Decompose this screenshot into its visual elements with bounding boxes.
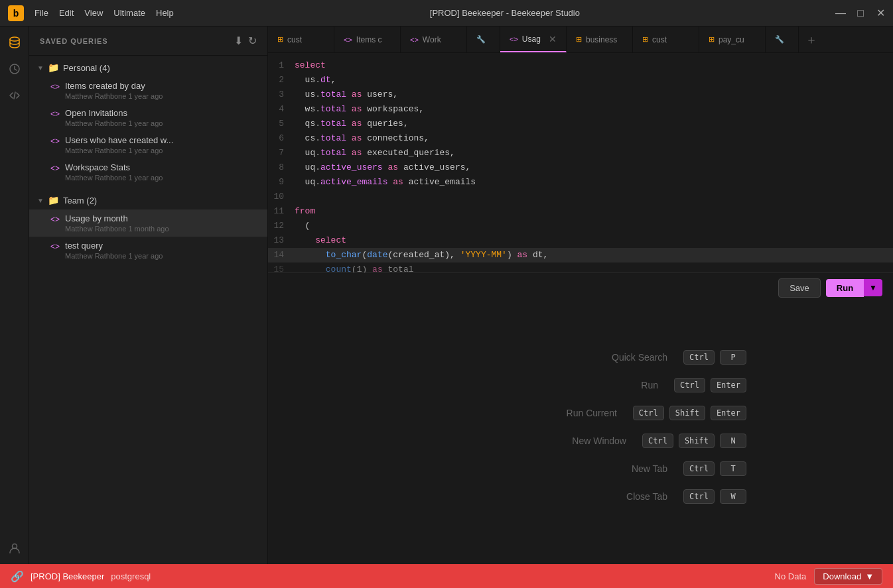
icon-bar-code[interactable] <box>4 85 25 106</box>
shortcut-key-shift-3: Shift <box>679 434 715 448</box>
tab-close-button[interactable]: ✕ <box>549 34 557 44</box>
code-line-6: 6 cs.total as connections, <box>268 131 893 146</box>
tab-cust-1[interactable]: ⊞ cust <box>268 27 334 52</box>
close-button[interactable]: ✕ <box>876 9 885 18</box>
title-bar-left: b File Edit View Ultimate Help <box>8 5 174 21</box>
tab-icon-query-1: <> <box>344 36 352 44</box>
shortcut-label-0: Quick Search <box>415 352 678 363</box>
code-line-13: 13 select <box>268 233 893 248</box>
query-usage-by-month[interactable]: <> Usage by month Matthew Rathbone 1 mon… <box>29 209 267 237</box>
query-info-0: Items created by day Matthew Rathbone 1 … <box>65 81 163 100</box>
shortcut-key-ctrl-5: Ctrl <box>683 489 715 504</box>
icon-bar <box>0 27 29 564</box>
sidebar-refresh-button[interactable]: ↻ <box>248 34 257 47</box>
tab-work[interactable]: <> Work <box>401 27 467 52</box>
shortcut-key-shift-2: Shift <box>669 406 705 420</box>
shortcut-close-tab: Close Tab Ctrl W <box>415 489 746 504</box>
query-test[interactable]: <> test query Matthew Rathbone 1 year ag… <box>29 237 267 264</box>
query-icon-1: <> <box>50 109 60 119</box>
code-line-1: 1 select <box>268 58 893 73</box>
shortcut-key-t: T <box>720 461 746 476</box>
query-meta-4: Matthew Rathbone 1 month ago <box>65 225 169 233</box>
shortcut-key-ctrl-0: Ctrl <box>683 350 715 365</box>
query-name-2: Users who have created w... <box>65 135 173 145</box>
query-users-created[interactable]: <> Users who have created w... Matthew R… <box>29 131 267 158</box>
folder-team-header[interactable]: ▼ 📁 Team (2) <box>29 191 267 209</box>
menu-ultimate[interactable]: Ultimate <box>113 8 145 18</box>
code-line-2: 2 us.dt, <box>268 73 893 88</box>
query-workspace-stats[interactable]: <> Workspace Stats Matthew Rathbone 1 ye… <box>29 158 267 186</box>
shortcut-key-p: P <box>720 350 746 365</box>
shortcut-label-3: New Window <box>415 436 637 446</box>
tab-pay-cu[interactable]: ⊞ pay_cu <box>699 27 766 52</box>
tab-icon-wrench-1: 🔧 <box>476 35 486 44</box>
tab-wrench-1[interactable]: 🔧 <box>467 27 500 52</box>
download-button[interactable]: Download ▼ <box>814 568 882 585</box>
tab-label-4: Usag <box>522 34 541 44</box>
tab-icon-table-2: ⊞ <box>576 35 582 44</box>
icon-bar-profile[interactable] <box>4 538 25 559</box>
shortcuts-panel: Quick Search Ctrl P Run Ctrl Enter Run C… <box>268 303 893 565</box>
query-info-3: Workspace Stats Matthew Rathbone 1 year … <box>65 162 163 182</box>
db-type: postgresql <box>111 571 151 581</box>
icon-bar-history[interactable] <box>4 58 25 80</box>
shortcut-key-enter-1: Enter <box>711 378 746 392</box>
shortcut-run: Run Ctrl Enter <box>415 378 746 392</box>
sidebar-download-button[interactable]: ⬇ <box>234 34 243 47</box>
code-line-4: 4 ws.total as workspaces, <box>268 102 893 117</box>
menu-edit[interactable]: Edit <box>59 8 74 18</box>
status-bar-right: No Data Download ▼ <box>775 568 882 585</box>
svg-point-2 <box>10 37 19 41</box>
query-meta-3: Matthew Rathbone 1 year ago <box>65 174 163 182</box>
folder-team-arrow: ▼ <box>37 197 44 204</box>
minimize-button[interactable]: — <box>836 9 845 18</box>
tab-icon-table-3: ⊞ <box>642 35 648 44</box>
main-container: SAVED QUERIES ⬇ ↻ ▼ 📁 Personal (4) <> It… <box>0 27 893 564</box>
tab-wrench-2[interactable]: 🔧 <box>766 27 799 52</box>
run-main-button[interactable]: Run <box>826 279 864 297</box>
code-line-7: 7 uq.total as executed_queries, <box>268 146 893 160</box>
tab-business[interactable]: ⊞ business <box>567 27 633 52</box>
shortcut-key-w: W <box>720 489 746 504</box>
svg-text:b: b <box>13 8 19 19</box>
folder-personal-header[interactable]: ▼ 📁 Personal (4) <box>29 58 267 77</box>
tab-icon-wrench-2: 🔧 <box>775 35 784 44</box>
shortcut-new-tab: New Tab Ctrl T <box>415 461 746 476</box>
query-icon-3: <> <box>50 164 60 173</box>
maximize-button[interactable]: □ <box>856 9 865 18</box>
query-name-0: Items created by day <box>65 81 163 91</box>
tab-cust-2[interactable]: ⊞ cust <box>633 27 699 52</box>
sidebar-header: SAVED QUERIES ⬇ ↻ <box>29 27 267 56</box>
query-icon-2: <> <box>50 137 60 146</box>
tab-usage[interactable]: <> Usag ✕ <box>500 27 567 52</box>
shortcut-quick-search: Quick Search Ctrl P <box>415 350 746 365</box>
tab-add-button[interactable]: ＋ <box>799 27 824 52</box>
shortcut-key-ctrl-1: Ctrl <box>674 378 705 392</box>
sidebar-title: SAVED QUERIES <box>40 37 108 45</box>
tab-label-6: cust <box>652 35 667 44</box>
folder-team-icon: 📁 <box>48 195 59 206</box>
query-name-3: Workspace Stats <box>65 162 163 172</box>
menu-help[interactable]: Help <box>156 8 174 18</box>
query-open-invitations[interactable]: <> Open Invitations Matthew Rathbone 1 y… <box>29 104 267 131</box>
no-data-label: No Data <box>775 571 807 581</box>
sidebar-content: ▼ 📁 Personal (4) <> Items created by day… <box>29 56 267 564</box>
query-items-created[interactable]: <> Items created by day Matthew Rathbone… <box>29 77 267 104</box>
run-dropdown-button[interactable]: ▼ <box>864 279 882 296</box>
window-controls: — □ ✕ <box>836 9 885 18</box>
shortcut-key-enter-2: Enter <box>711 406 746 420</box>
menu-view[interactable]: View <box>84 8 103 18</box>
folder-personal-arrow: ▼ <box>37 64 44 72</box>
query-icon-0: <> <box>50 82 60 91</box>
shortcut-label-5: Close Tab <box>415 491 678 502</box>
menu-file[interactable]: File <box>34 8 48 18</box>
tab-items-c[interactable]: <> Items c <box>334 27 401 52</box>
connection-name: [PROD] Beekeeper <box>31 571 104 581</box>
code-editor[interactable]: 1 select 2 us.dt, 3 us.total as users, 4… <box>268 53 893 272</box>
code-line-15: 15 count(1) as total <box>268 263 893 272</box>
shortcut-key-ctrl-4: Ctrl <box>683 461 715 476</box>
shortcut-key-ctrl-3: Ctrl <box>642 434 673 448</box>
folder-team: ▼ 📁 Team (2) <> Usage by month Matthew R… <box>29 188 267 266</box>
icon-bar-database[interactable] <box>4 32 25 53</box>
save-button[interactable]: Save <box>778 278 821 298</box>
